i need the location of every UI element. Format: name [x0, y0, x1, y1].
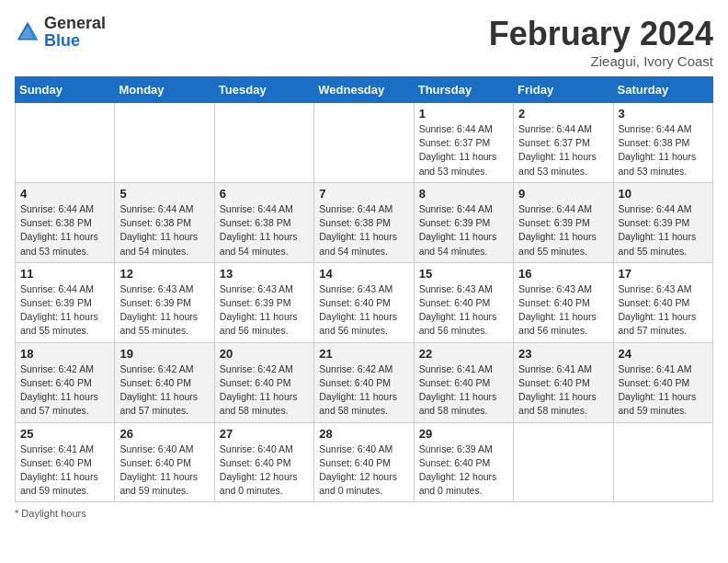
calendar-day-cell: 29Sunrise: 6:39 AMSunset: 6:40 PMDayligh… — [414, 422, 513, 502]
day-info: Sunrise: 6:42 AMSunset: 6:40 PMDaylight:… — [220, 362, 309, 419]
calendar-week-row: 4Sunrise: 6:44 AMSunset: 6:38 PMDaylight… — [16, 182, 713, 262]
calendar-day-cell — [214, 103, 313, 183]
calendar-day-cell: 4Sunrise: 6:44 AMSunset: 6:38 PMDaylight… — [16, 182, 115, 262]
day-number: 23 — [518, 347, 608, 361]
calendar-day-cell: 1Sunrise: 6:44 AMSunset: 6:37 PMDaylight… — [414, 103, 513, 183]
day-info: Sunrise: 6:44 AMSunset: 6:37 PMDaylight:… — [518, 122, 608, 178]
calendar-day-cell: 6Sunrise: 6:44 AMSunset: 6:38 PMDaylight… — [214, 182, 313, 262]
calendar-day-cell: 8Sunrise: 6:44 AMSunset: 6:39 PMDaylight… — [414, 182, 513, 262]
weekday-header: Saturday — [613, 77, 712, 103]
day-info: Sunrise: 6:40 AMSunset: 6:40 PMDaylight:… — [319, 442, 408, 499]
calendar-week-row: 18Sunrise: 6:42 AMSunset: 6:40 PMDayligh… — [16, 342, 713, 422]
day-info: Sunrise: 6:43 AMSunset: 6:40 PMDaylight:… — [319, 282, 408, 339]
weekday-header: Monday — [115, 77, 214, 103]
calendar-week-row: 1Sunrise: 6:44 AMSunset: 6:37 PMDaylight… — [16, 103, 713, 183]
day-number: 13 — [220, 267, 309, 281]
day-info: Sunrise: 6:43 AMSunset: 6:40 PMDaylight:… — [419, 282, 508, 339]
day-info: Sunrise: 6:40 AMSunset: 6:40 PMDaylight:… — [119, 442, 209, 499]
weekday-header: Friday — [514, 77, 613, 103]
day-number: 29 — [419, 427, 508, 441]
calendar-table: SundayMondayTuesdayWednesdayThursdayFrid… — [15, 76, 713, 502]
calendar-day-cell: 5Sunrise: 6:44 AMSunset: 6:38 PMDaylight… — [115, 182, 214, 262]
calendar-day-cell: 21Sunrise: 6:42 AMSunset: 6:40 PMDayligh… — [314, 342, 414, 422]
calendar-day-cell — [314, 103, 414, 183]
day-info: Sunrise: 6:42 AMSunset: 6:40 PMDaylight:… — [319, 362, 408, 419]
day-info: Sunrise: 6:44 AMSunset: 6:38 PMDaylight:… — [319, 202, 408, 259]
day-number: 14 — [319, 267, 408, 281]
day-number: 24 — [619, 347, 708, 361]
calendar-day-cell: 15Sunrise: 6:43 AMSunset: 6:40 PMDayligh… — [414, 262, 513, 342]
calendar-day-cell: 9Sunrise: 6:44 AMSunset: 6:39 PMDaylight… — [514, 182, 613, 262]
day-number: 16 — [518, 267, 608, 281]
day-number: 18 — [20, 347, 109, 361]
day-number: 1 — [419, 107, 508, 121]
calendar-day-cell: 19Sunrise: 6:42 AMSunset: 6:40 PMDayligh… — [115, 342, 214, 422]
calendar-day-cell: 14Sunrise: 6:43 AMSunset: 6:40 PMDayligh… — [314, 262, 414, 342]
calendar-day-cell: 3Sunrise: 6:44 AMSunset: 6:38 PMDaylight… — [613, 103, 712, 183]
day-number: 22 — [419, 347, 508, 361]
calendar-day-cell: 2Sunrise: 6:44 AMSunset: 6:37 PMDaylight… — [514, 103, 613, 183]
day-info: Sunrise: 6:44 AMSunset: 6:37 PMDaylight:… — [419, 122, 508, 178]
calendar-day-cell: 25Sunrise: 6:41 AMSunset: 6:40 PMDayligh… — [16, 422, 115, 502]
day-number: 21 — [319, 347, 408, 361]
calendar-week-row: 25Sunrise: 6:41 AMSunset: 6:40 PMDayligh… — [16, 422, 713, 502]
day-info: Sunrise: 6:41 AMSunset: 6:40 PMDaylight:… — [419, 362, 508, 419]
calendar-day-cell: 20Sunrise: 6:42 AMSunset: 6:40 PMDayligh… — [214, 342, 313, 422]
day-info: Sunrise: 6:41 AMSunset: 6:40 PMDaylight:… — [619, 362, 708, 419]
day-info: Sunrise: 6:42 AMSunset: 6:40 PMDaylight:… — [20, 362, 109, 419]
title-area: February 2024 Zieagui, Ivory Coast — [489, 15, 713, 69]
calendar-day-cell: 12Sunrise: 6:43 AMSunset: 6:39 PMDayligh… — [115, 262, 214, 342]
day-info: Sunrise: 6:43 AMSunset: 6:40 PMDaylight:… — [619, 282, 708, 339]
day-number: 7 — [319, 187, 408, 201]
day-number: 17 — [619, 267, 708, 281]
day-info: Sunrise: 6:41 AMSunset: 6:40 PMDaylight:… — [20, 442, 109, 499]
day-number: 2 — [518, 107, 608, 121]
day-info: Sunrise: 6:43 AMSunset: 6:39 PMDaylight:… — [220, 282, 309, 339]
logo-general: General — [44, 14, 106, 32]
calendar-day-cell — [16, 103, 115, 183]
calendar-header-row: SundayMondayTuesdayWednesdayThursdayFrid… — [16, 77, 713, 103]
calendar-day-cell: 28Sunrise: 6:40 AMSunset: 6:40 PMDayligh… — [314, 422, 414, 502]
day-number: 8 — [419, 187, 508, 201]
day-info: Sunrise: 6:44 AMSunset: 6:39 PMDaylight:… — [20, 282, 109, 339]
calendar-day-cell — [115, 103, 214, 183]
page-header: General Blue February 2024 Zieagui, Ivor… — [15, 15, 713, 69]
weekday-header: Sunday — [16, 77, 115, 103]
day-number: 6 — [220, 187, 309, 201]
calendar-week-row: 11Sunrise: 6:44 AMSunset: 6:39 PMDayligh… — [16, 262, 713, 342]
weekday-header: Tuesday — [214, 77, 313, 103]
day-info: Sunrise: 6:44 AMSunset: 6:38 PMDaylight:… — [119, 202, 209, 259]
footer-note: * Daylight hours — [15, 508, 713, 519]
calendar-day-cell: 10Sunrise: 6:44 AMSunset: 6:39 PMDayligh… — [613, 182, 712, 262]
day-info: Sunrise: 6:43 AMSunset: 6:40 PMDaylight:… — [518, 282, 608, 339]
day-info: Sunrise: 6:44 AMSunset: 6:39 PMDaylight:… — [419, 202, 508, 259]
day-number: 9 — [518, 187, 608, 201]
day-number: 15 — [419, 267, 508, 281]
day-number: 5 — [119, 187, 209, 201]
logo-blue: Blue — [44, 31, 80, 50]
weekday-header: Thursday — [414, 77, 513, 103]
calendar-day-cell — [514, 422, 613, 502]
day-number: 10 — [619, 187, 708, 201]
calendar-day-cell: 17Sunrise: 6:43 AMSunset: 6:40 PMDayligh… — [613, 262, 712, 342]
calendar-day-cell: 11Sunrise: 6:44 AMSunset: 6:39 PMDayligh… — [16, 262, 115, 342]
calendar-day-cell — [613, 422, 712, 502]
calendar-day-cell: 24Sunrise: 6:41 AMSunset: 6:40 PMDayligh… — [613, 342, 712, 422]
day-number: 27 — [220, 427, 309, 441]
day-number: 3 — [619, 107, 708, 121]
month-title: February 2024 — [489, 15, 713, 53]
day-number: 11 — [20, 267, 109, 281]
day-info: Sunrise: 6:43 AMSunset: 6:39 PMDaylight:… — [119, 282, 209, 339]
day-info: Sunrise: 6:44 AMSunset: 6:38 PMDaylight:… — [220, 202, 309, 259]
calendar-day-cell: 16Sunrise: 6:43 AMSunset: 6:40 PMDayligh… — [514, 262, 613, 342]
calendar-day-cell: 18Sunrise: 6:42 AMSunset: 6:40 PMDayligh… — [16, 342, 115, 422]
day-number: 20 — [220, 347, 309, 361]
logo: General Blue — [15, 15, 106, 50]
day-number: 25 — [20, 427, 109, 441]
day-info: Sunrise: 6:39 AMSunset: 6:40 PMDaylight:… — [419, 442, 508, 499]
day-number: 12 — [119, 267, 209, 281]
day-info: Sunrise: 6:44 AMSunset: 6:38 PMDaylight:… — [619, 122, 708, 178]
day-number: 26 — [119, 427, 209, 441]
day-number: 28 — [319, 427, 408, 441]
location-subtitle: Zieagui, Ivory Coast — [489, 53, 713, 69]
